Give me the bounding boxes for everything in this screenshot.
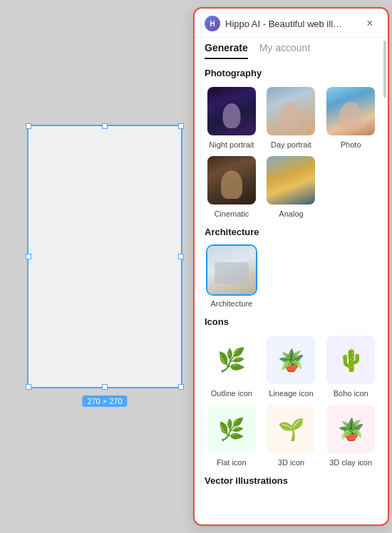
grid-item-3d-icon[interactable]: 🌱 3D icon xyxy=(264,403,319,467)
grid-item-day-portrait[interactable]: Day portrait xyxy=(264,86,319,149)
architecture-label: Architecture xyxy=(210,299,252,308)
boho-icon-emoji: 🌵 xyxy=(338,348,364,373)
panel-header-left: H Hippo AI - Beautiful web illus... xyxy=(205,16,346,31)
close-button[interactable]: × xyxy=(362,16,378,31)
handle-mid-left[interactable] xyxy=(26,254,31,259)
night-portrait-thumb xyxy=(207,87,256,135)
tabs-bar: Generate My account xyxy=(195,38,388,59)
icons-section-title: Icons xyxy=(205,316,378,327)
handle-top-left[interactable] xyxy=(26,123,31,129)
cinematic-thumb xyxy=(207,156,256,205)
outline-icon-img: 🌿 xyxy=(206,334,257,385)
lineage-icon-label: Lineage icon xyxy=(269,389,313,398)
panel: H Hippo AI - Beautiful web illus... × Ge… xyxy=(193,7,389,526)
architecture-grid: Architecture xyxy=(205,244,378,308)
analog-img xyxy=(265,155,316,206)
scrollbar-indicator[interactable] xyxy=(383,41,386,98)
3d-icon-label: 3D icon xyxy=(278,458,304,467)
grid-item-analog[interactable]: Analog xyxy=(264,155,319,218)
flat-icon-emoji: 🌿 xyxy=(218,417,244,442)
panel-header: H Hippo AI - Beautiful web illus... × xyxy=(195,9,388,38)
analog-label: Analog xyxy=(279,209,303,218)
boho-icon-thumb: 🌵 xyxy=(326,336,375,384)
panel-logo: H xyxy=(205,16,220,31)
flat-icon-thumb: 🌿 xyxy=(207,405,256,453)
panel-content[interactable]: Photography Night portrait Day portrait xyxy=(195,59,388,524)
grid-item-boho-icon[interactable]: 🌵 Boho icon xyxy=(324,334,378,398)
day-portrait-thumb xyxy=(267,87,315,135)
grid-item-flat-icon[interactable]: 🌿 Flat icon xyxy=(205,403,259,467)
tab-my-account[interactable]: My account xyxy=(259,42,311,59)
grid-item-photo[interactable]: Photo xyxy=(324,86,378,149)
grid-item-lineage-icon[interactable]: 🪴 Lineage icon xyxy=(264,334,319,398)
architecture-section-title: Architecture xyxy=(205,227,378,237)
analog-thumb xyxy=(267,156,315,205)
lineage-icon-emoji: 🪴 xyxy=(278,348,304,373)
photography-section-title: Photography xyxy=(205,68,378,78)
day-portrait-img xyxy=(265,86,316,137)
boho-icon-img: 🌵 xyxy=(325,334,376,385)
grid-item-cinematic[interactable]: Cinematic xyxy=(205,155,259,218)
3d-icon-thumb: 🌱 xyxy=(267,405,315,453)
dimension-label: 270 × 270 xyxy=(82,395,127,407)
grid-item-outline-icon[interactable]: 🌿 Outline icon xyxy=(205,334,259,398)
night-portrait-label: Night portrait xyxy=(209,140,254,149)
photography-section: Photography Night portrait Day portrait xyxy=(205,68,378,218)
selection-box[interactable]: 270 × 270 xyxy=(27,125,182,388)
grid-item-architecture[interactable]: Architecture xyxy=(205,244,259,308)
photo-thumb xyxy=(326,87,375,135)
handle-bottom-right[interactable] xyxy=(178,384,184,390)
3d-clay-icon-label: 3D clay icon xyxy=(329,458,372,467)
lineage-icon-img: 🪴 xyxy=(265,334,316,385)
icons-section: Icons 🌿 Outline icon 🪴 xyxy=(205,316,378,467)
3d-icon-img: 🌱 xyxy=(265,403,316,455)
3d-clay-icon-img: 🪴 xyxy=(325,403,376,455)
day-portrait-label: Day portrait xyxy=(271,140,311,149)
architecture-img xyxy=(206,244,257,296)
3d-clay-icon-thumb: 🪴 xyxy=(326,405,375,453)
handle-top-mid[interactable] xyxy=(102,123,108,129)
handle-mid-right[interactable] xyxy=(178,254,184,259)
flat-icon-label: Flat icon xyxy=(217,458,247,467)
outline-icon-thumb: 🌿 xyxy=(207,336,256,384)
3d-clay-icon-emoji: 🪴 xyxy=(338,417,364,442)
architecture-thumb xyxy=(207,246,256,294)
photo-img xyxy=(325,86,376,137)
flat-icon-img: 🌿 xyxy=(206,403,257,455)
vector-illustrations-section-title: Vector illustrations xyxy=(205,475,378,486)
architecture-section: Architecture Architecture xyxy=(205,227,378,308)
photo-label: Photo xyxy=(341,140,361,149)
3d-icon-emoji: 🌱 xyxy=(278,417,304,442)
boho-icon-label: Boho icon xyxy=(334,389,368,398)
outline-icon-label: Outline icon xyxy=(211,389,252,398)
icons-grid: 🌿 Outline icon 🪴 Lineage icon xyxy=(205,334,378,467)
night-portrait-img xyxy=(206,86,257,137)
handle-top-right[interactable] xyxy=(178,123,184,129)
lineage-icon-thumb: 🪴 xyxy=(267,336,315,384)
vector-illustrations-section: Vector illustrations xyxy=(205,475,378,486)
cinematic-label: Cinematic xyxy=(214,209,249,218)
photography-grid: Night portrait Day portrait Photo xyxy=(205,86,378,218)
outline-icon-emoji: 🌿 xyxy=(217,346,246,373)
handle-bottom-left[interactable] xyxy=(26,384,31,390)
grid-item-3d-clay-icon[interactable]: 🪴 3D clay icon xyxy=(324,403,378,467)
grid-item-night-portrait[interactable]: Night portrait xyxy=(205,86,259,149)
handle-bottom-mid[interactable] xyxy=(102,384,108,390)
tab-generate[interactable]: Generate xyxy=(205,42,248,59)
panel-title: Hippo AI - Beautiful web illus... xyxy=(225,19,346,29)
cinematic-img xyxy=(206,155,257,206)
